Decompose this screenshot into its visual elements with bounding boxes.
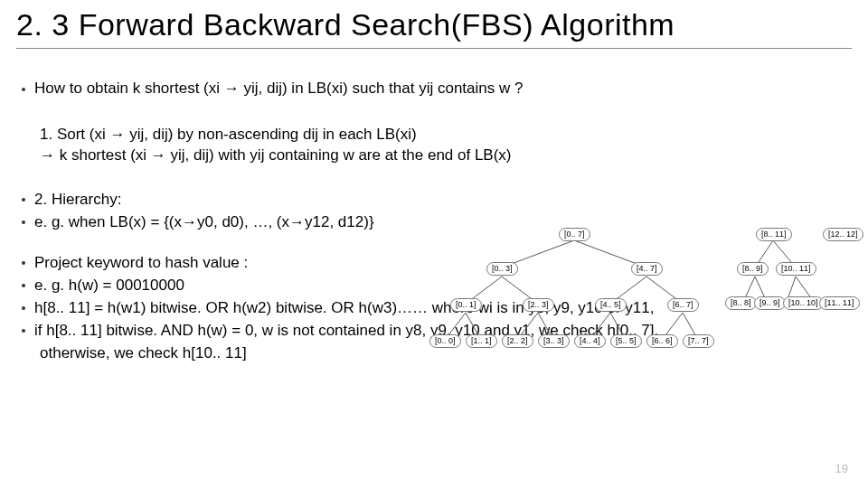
bullet-project: Project keyword to hash value : bbox=[22, 253, 852, 274]
slide: 2. 3 Forward Backward Search(FBS) Algori… bbox=[0, 0, 868, 488]
b4-text: e. g. h(w) = 00010000 bbox=[34, 277, 184, 294]
bullet-icon bbox=[22, 261, 25, 265]
bullet-icon bbox=[22, 306, 25, 310]
bullet-if: if h[8.. 11] bitwise. AND h(w) = 0, w is… bbox=[22, 321, 852, 342]
bullet-hierarchy: 2. Hierarchy: bbox=[22, 190, 852, 211]
b3-text: Project keyword to hash value : bbox=[34, 254, 248, 271]
bullet-icon bbox=[22, 88, 25, 91]
para1-line1: 1. Sort (xi → yij, dij) by non-ascending… bbox=[40, 125, 852, 145]
lead-text: How to obtain k shortest (xi → yij, dij)… bbox=[34, 80, 523, 97]
slide-title: 2. 3 Forward Backward Search(FBS) Algori… bbox=[16, 7, 852, 42]
title-rule bbox=[16, 48, 852, 49]
para1-line2: → k shortest (xi → yij, dij) with yij co… bbox=[40, 145, 852, 166]
b2-text: e. g. when LB(x) = {(x→y0, d0), …, (x→y1… bbox=[34, 213, 374, 230]
page-number: 19 bbox=[835, 462, 848, 475]
bullet-icon bbox=[22, 284, 25, 287]
b6-text: if h[8.. 11] bitwise. AND h(w) = 0, w is… bbox=[34, 322, 658, 339]
bullet-icon bbox=[22, 221, 25, 224]
bullet-h811: h[8.. 11] = h(w1) bitwise. OR h(w2) bitw… bbox=[22, 298, 852, 319]
bullet-icon bbox=[22, 329, 25, 333]
paragraph-sort: 1. Sort (xi → yij, dij) by non-ascending… bbox=[40, 125, 852, 166]
group-hash: Project keyword to hash value : e. g. h(… bbox=[16, 253, 852, 364]
bullet-hw: e. g. h(w) = 00010000 bbox=[22, 276, 852, 296]
b1-text: 2. Hierarchy: bbox=[34, 191, 121, 208]
bullet-lb-example: e. g. when LB(x) = {(x→y0, d0), …, (x→y1… bbox=[22, 212, 852, 233]
b5-text: h[8.. 11] = h(w1) bitwise. OR h(w2) bitw… bbox=[34, 299, 654, 316]
lead-bullet: How to obtain k shortest (xi → yij, dij)… bbox=[22, 80, 852, 98]
bullet-otherwise: otherwise, we check h[10.. 11] bbox=[40, 343, 852, 364]
bullet-icon bbox=[22, 198, 25, 202]
group-hierarchy: 2. Hierarchy: e. g. when LB(x) = {(x→y0,… bbox=[16, 190, 852, 233]
